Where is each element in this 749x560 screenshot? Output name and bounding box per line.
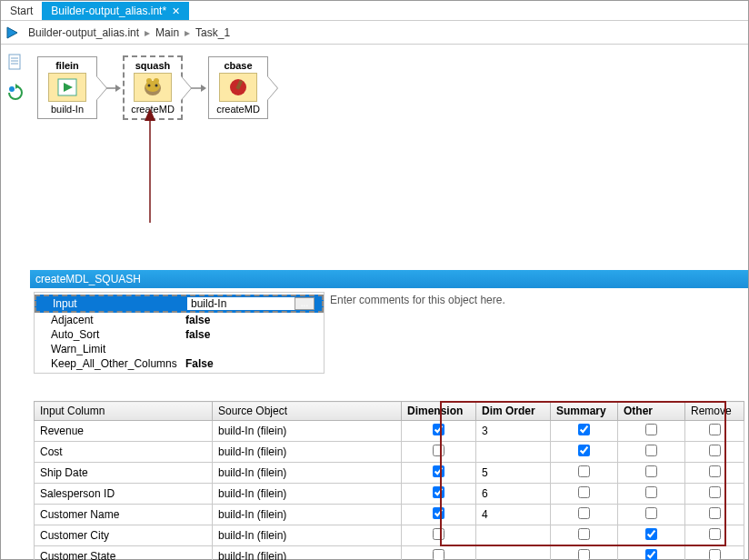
document-icon[interactable]: [7, 54, 24, 75]
remove-checkbox[interactable]: [709, 465, 721, 477]
tab-strip: Start Builder-output_alias.int* ✕: [1, 1, 748, 21]
squash-icon: [134, 73, 172, 102]
svg-point-14: [155, 85, 158, 87]
table-row[interactable]: Customer Citybuild-In (filein): [35, 525, 744, 546]
close-icon[interactable]: ✕: [172, 5, 180, 17]
other-checkbox[interactable]: [645, 424, 657, 435]
summary-checkbox[interactable]: [578, 445, 590, 456]
grid-header[interactable]: Dimension: [402, 402, 476, 421]
svg-point-13: [148, 85, 151, 87]
summary-checkbox[interactable]: [578, 528, 590, 540]
breadcrumb: Builder-output_alias.int ▸ Main ▸ Task_1: [23, 26, 230, 39]
node-title: cbase: [209, 59, 267, 72]
other-checkbox[interactable]: [645, 486, 657, 498]
dimension-checkbox[interactable]: [433, 486, 444, 498]
svg-marker-18: [201, 85, 206, 92]
node-title: filein: [38, 59, 96, 72]
comment-box[interactable]: Enter comments for this object here.: [325, 288, 748, 377]
panel-title: createMDL_SQUASH: [30, 270, 748, 288]
svg-marker-0: [7, 27, 17, 38]
dimension-checkbox[interactable]: [433, 465, 444, 477]
summary-checkbox[interactable]: [578, 465, 590, 477]
tab-active-file[interactable]: Builder-output_alias.int* ✕: [42, 2, 189, 20]
remove-checkbox[interactable]: [709, 549, 721, 560]
table-row[interactable]: Ship Datebuild-In (filein)5: [35, 463, 744, 484]
svg-point-6: [9, 86, 15, 92]
svg-point-16: [154, 78, 159, 84]
run-icon[interactable]: [1, 26, 23, 39]
breadcrumb-item[interactable]: Task_1: [195, 26, 230, 39]
summary-checkbox[interactable]: [578, 424, 590, 435]
table-row[interactable]: Customer Namebuild-In (filein)4: [35, 505, 744, 525]
column-grid: Input Column Source Object Dimension Dim…: [34, 401, 744, 555]
dimension-checkbox[interactable]: [433, 528, 444, 540]
remove-checkbox[interactable]: [709, 507, 721, 519]
chevron-right-icon: ▸: [145, 26, 150, 39]
other-checkbox[interactable]: [645, 445, 657, 456]
svg-rect-1: [9, 55, 20, 69]
dimension-checkbox[interactable]: [433, 507, 444, 519]
browse-button[interactable]: ...: [295, 297, 315, 310]
svg-point-15: [146, 78, 152, 84]
tab-label: Builder-output_alias.int*: [51, 5, 166, 17]
svg-marker-5: [15, 84, 19, 89]
node-cbase[interactable]: cbase createMD: [208, 56, 268, 119]
other-checkbox[interactable]: [645, 507, 657, 519]
dimension-checkbox[interactable]: [433, 445, 444, 456]
property-row[interactable]: Keep_All_Other_Columns False: [35, 356, 324, 371]
remove-checkbox[interactable]: [709, 486, 721, 498]
filein-icon: [48, 73, 86, 102]
grid-header[interactable]: Remove: [685, 402, 744, 421]
grid-header[interactable]: Other: [618, 402, 685, 421]
flow-canvas[interactable]: filein build-In squash: [30, 45, 748, 559]
cbase-icon: [219, 73, 257, 102]
refresh-icon[interactable]: [6, 84, 25, 105]
node-sub: createMD: [209, 103, 267, 115]
dimension-checkbox[interactable]: [433, 424, 444, 435]
property-row[interactable]: Auto_Sort false: [35, 327, 324, 342]
other-checkbox[interactable]: [645, 465, 657, 477]
property-row[interactable]: Input build-In ...: [35, 295, 324, 313]
chevron-right-icon: ▸: [185, 26, 190, 39]
other-checkbox[interactable]: [645, 528, 657, 540]
pointer-arrow-icon: [132, 108, 168, 225]
summary-checkbox[interactable]: [578, 507, 590, 519]
svg-marker-22: [145, 108, 155, 121]
remove-checkbox[interactable]: [709, 445, 721, 456]
summary-checkbox[interactable]: [578, 549, 590, 560]
dimension-checkbox[interactable]: [433, 549, 444, 560]
breadcrumb-item[interactable]: Builder-output_alias.int: [28, 26, 139, 39]
table-row[interactable]: Salesperson IDbuild-In (filein)6: [35, 484, 744, 505]
table-row[interactable]: Revenuebuild-In (filein)3: [35, 421, 744, 442]
summary-checkbox[interactable]: [578, 486, 590, 498]
svg-marker-10: [115, 85, 121, 92]
grid-header[interactable]: Input Column: [35, 402, 213, 421]
table-row[interactable]: Costbuild-In (filein): [35, 442, 744, 463]
breadcrumb-item[interactable]: Main: [155, 26, 179, 39]
remove-checkbox[interactable]: [709, 424, 721, 435]
node-sub: build-In: [38, 103, 96, 115]
remove-checkbox[interactable]: [709, 528, 721, 540]
node-title: squash: [125, 59, 181, 72]
node-filein[interactable]: filein build-In: [37, 56, 97, 119]
grid-header[interactable]: Source Object: [213, 402, 402, 421]
property-list: Input build-In ... Adjacent false Auto_S…: [34, 292, 325, 374]
table-row[interactable]: Customer Statebuild-In (filein): [35, 546, 744, 561]
properties-panel: createMDL_SQUASH Input build-In ... Adja…: [30, 270, 748, 377]
tab-start[interactable]: Start: [1, 2, 42, 20]
grid-header[interactable]: Summary: [551, 402, 618, 421]
property-row[interactable]: Adjacent false: [35, 313, 324, 327]
other-checkbox[interactable]: [645, 549, 657, 560]
left-toolbar: [1, 45, 30, 559]
grid-header[interactable]: Dim Order: [476, 402, 551, 421]
property-row[interactable]: Warn_Limit: [35, 342, 324, 356]
